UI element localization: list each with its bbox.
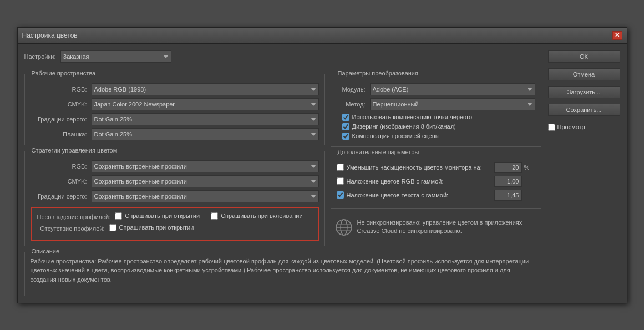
load-button[interactable]: Загрузить... (548, 86, 620, 98)
spot-label: Плашка: (31, 131, 92, 138)
settings-row: Настройки: Заказная (24, 50, 541, 63)
color-management-section: Стратегии управления цветом RGB: Сохраня… (24, 151, 325, 246)
ask-paste-label: Спрашивать при вклеивании (221, 212, 302, 219)
ask-open-checkbox-label[interactable]: Спрашивать при открытии (115, 212, 200, 220)
text-gamma-label: Наложение цветов текста с гаммой: (347, 192, 494, 199)
dithering-label: Дизеринг (изображения 8 бит/канал) (352, 123, 456, 130)
missing-ask-open-checkbox-label[interactable]: Спрашивать при открытии (109, 224, 194, 231)
color-management-title: Стратегии управления цветом (29, 147, 120, 154)
missing-profile-row: Отсутствие профилей: Спрашивать при откр… (37, 224, 312, 233)
cm-rgb-row: RGB: Сохранять встроенные профили (31, 160, 319, 172)
profile-mismatch-label: Несовпадение профилей: (37, 214, 115, 220)
gray-row: Градации серого: Dot Gain 25% (31, 113, 319, 125)
scene-profile-checkbox[interactable] (342, 133, 349, 140)
desaturate-row: Уменьшить насыщенность цветов монитора н… (337, 162, 535, 173)
rgb-gamma-checkbox-label[interactable]: Наложение цветов RGB с гаммой: (337, 177, 494, 185)
black-compensation-row: Использовать компенсацию точки черного (342, 114, 535, 121)
rgb-select[interactable]: Adobe RGB (1998) (92, 83, 319, 95)
sync-text: Не синхронизировано: управление цветом в… (357, 219, 537, 236)
cm-gray-label: Градации серого: (31, 193, 92, 200)
rgb-gamma-row: Наложение цветов RGB с гаммой: (337, 176, 535, 187)
advanced-title: Дополнительные параметры (336, 149, 422, 155)
profile-ask-open-checkbox[interactable] (115, 212, 122, 220)
module-label: Модуль: (337, 86, 370, 93)
gray-label: Градации серого: (31, 116, 92, 123)
cm-gray-select[interactable]: Сохранять встроенные профили (92, 190, 319, 202)
sync-area: Не синхронизировано: управление цветом в… (331, 214, 541, 242)
text-gamma-checkbox-label[interactable]: Наложение цветов текста с гаммой: (337, 191, 494, 199)
module-select[interactable]: Adobe (ACE) (370, 83, 535, 95)
title-bar: Настройка цветов ✕ (18, 28, 627, 44)
preview-checkbox[interactable] (548, 124, 555, 131)
black-compensation-checkbox[interactable] (342, 114, 349, 121)
globe-icon (335, 219, 353, 236)
desaturate-unit: % (524, 164, 535, 171)
two-columns: Рабочие пространства RGB: Adobe RGB (199… (24, 74, 541, 246)
method-label: Метод: (337, 101, 370, 108)
preview-checkbox-row: Просмотр (548, 124, 620, 131)
dialog-body: Настройки: Заказная Рабочие пространства… (18, 44, 627, 303)
cmyk-row: CMYK: Japan Color 2002 Newspaper (31, 98, 319, 110)
profile-mismatch-row: Несовпадение профилей: Спрашивать при от… (37, 212, 312, 222)
missing-checkboxes: Спрашивать при открытии (109, 224, 194, 233)
scene-profile-row: Компенсация профилей сцены (342, 133, 535, 140)
color-settings-dialog: Настройка цветов ✕ Настройки: Заказная Р… (17, 27, 627, 303)
ok-button[interactable]: ОК (548, 50, 620, 63)
right-column: Параметры преобразования Модуль: Adobe (… (331, 74, 541, 246)
cmyk-select[interactable]: Japan Color 2002 Newspaper (92, 98, 319, 110)
cm-cmyk-select[interactable]: Сохранять встроенные профили (92, 175, 319, 187)
mismatch-checkboxes: Спрашивать при открытии Спрашивать при в… (115, 212, 302, 222)
desaturate-label: Уменьшить насыщенность цветов монитора н… (347, 164, 494, 171)
conversion-title: Параметры преобразования (336, 70, 420, 77)
text-gamma-checkbox[interactable] (337, 191, 344, 199)
missing-ask-open-label: Спрашивать при открытии (119, 224, 194, 231)
rgb-gamma-checkbox[interactable] (337, 177, 344, 185)
working-spaces-title: Рабочие пространства (29, 70, 98, 77)
description-section: Описание Рабочие пространства: Рабочее п… (24, 252, 541, 296)
text-gamma-input[interactable] (494, 190, 522, 201)
description-title: Описание (29, 248, 62, 255)
module-row: Модуль: Adobe (ACE) (337, 83, 535, 95)
method-select[interactable]: Перцепционный (370, 98, 535, 110)
text-gamma-row: Наложение цветов текста с гаммой: (337, 190, 535, 201)
desaturate-checkbox[interactable] (337, 164, 344, 171)
black-compensation-label: Использовать компенсацию точки черного (352, 114, 473, 120)
cancel-button[interactable]: Отмена (548, 68, 620, 80)
rgb-row: RGB: Adobe RGB (1998) (31, 83, 319, 95)
desaturate-checkbox-label[interactable]: Уменьшить насыщенность цветов монитора н… (337, 164, 494, 171)
description-text: Рабочие пространства: Рабочее пространст… (31, 257, 535, 285)
missing-profile-label: Отсутствие профилей: (37, 225, 109, 232)
rgb-gamma-input[interactable] (494, 176, 522, 187)
rgb-gamma-label: Наложение цветов RGB с гаммой: (347, 178, 494, 185)
ask-paste-checkbox[interactable] (211, 212, 218, 220)
right-panel: ОК Отмена Загрузить... Сохранить... Прос… (548, 50, 620, 296)
gray-select[interactable]: Dot Gain 25% (92, 113, 319, 125)
cm-rgb-select[interactable]: Сохранять встроенные профили (92, 160, 319, 172)
settings-select[interactable]: Заказная (60, 50, 171, 63)
scene-profile-label: Компенсация профилей сцены (352, 133, 440, 139)
preview-label: Просмотр (557, 124, 585, 130)
settings-label: Настройки: (24, 53, 60, 60)
cm-rgb-label: RGB: (31, 163, 92, 170)
desaturate-input[interactable] (494, 162, 522, 173)
spot-select[interactable]: Dot Gain 25% (92, 128, 319, 140)
missing-ask-open-checkbox[interactable] (109, 224, 116, 231)
save-button[interactable]: Сохранить... (548, 104, 620, 116)
rgb-label: RGB: (31, 86, 92, 93)
spot-row: Плашка: Dot Gain 25% (31, 128, 319, 140)
conversion-section: Параметры преобразования Модуль: Adobe (… (331, 74, 541, 147)
left-column: Рабочие пространства RGB: Adobe RGB (199… (24, 74, 325, 246)
cm-cmyk-label: CMYK: (31, 178, 92, 185)
cm-cmyk-row: CMYK: Сохранять встроенные профили (31, 175, 319, 187)
working-spaces-section: Рабочие пространства RGB: Adobe RGB (199… (24, 74, 325, 145)
cmyk-label: CMYK: (31, 101, 92, 108)
ask-paste-checkbox-label[interactable]: Спрашивать при вклеивании (211, 212, 302, 220)
close-button[interactable]: ✕ (612, 31, 622, 40)
main-content: Настройки: Заказная Рабочие пространства… (24, 50, 541, 296)
dialog-title: Настройка цветов (22, 32, 78, 39)
cm-gray-row: Градации серого: Сохранять встроенные пр… (31, 190, 319, 202)
dithering-row: Дизеринг (изображения 8 бит/канал) (342, 123, 535, 130)
method-row: Метод: Перцепционный (337, 98, 535, 110)
advanced-section: Дополнительные параметры Уменьшить насыщ… (331, 153, 541, 209)
dithering-checkbox[interactable] (342, 123, 349, 130)
